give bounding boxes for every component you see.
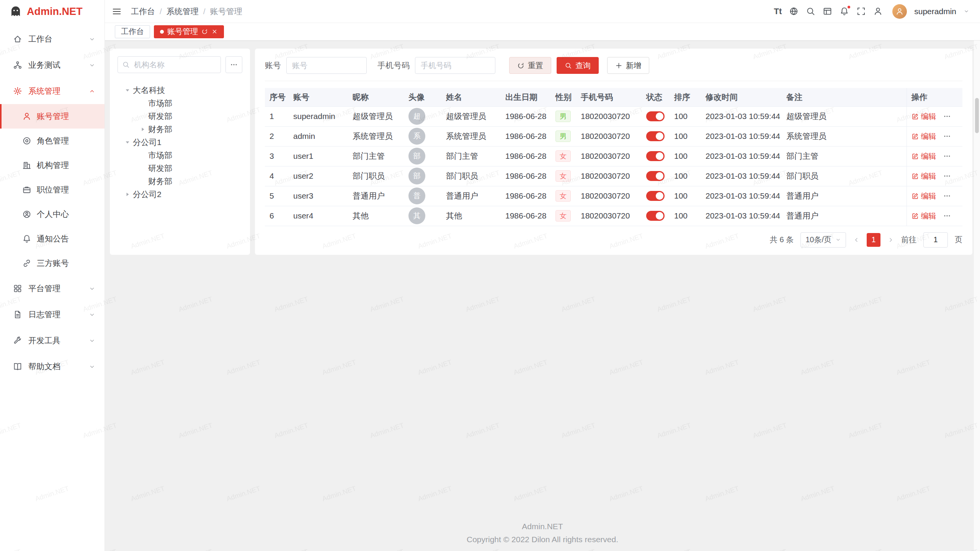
more-actions-icon[interactable]	[943, 192, 951, 200]
sidebar-item-dev-tools[interactable]: 开发工具	[0, 328, 105, 354]
status-toggle[interactable]	[646, 131, 665, 141]
user-avatar[interactable]	[892, 4, 907, 19]
cell-remark: 普通用户	[782, 186, 906, 206]
account-filter-input[interactable]	[286, 57, 367, 74]
cell-order: 100	[670, 206, 701, 226]
sidebar-item-system-mgmt[interactable]: 系统管理	[0, 78, 105, 104]
page-size-select[interactable]: 10条/页	[800, 232, 846, 248]
status-toggle[interactable]	[646, 191, 665, 201]
sidebar-item-label: 三方账号	[37, 258, 69, 269]
column-header: 排序	[670, 88, 701, 106]
cell-avatar: 部	[404, 166, 441, 186]
fullscreen-icon[interactable]	[856, 7, 866, 16]
sidebar-item-position-mgmt[interactable]: 职位管理	[0, 178, 105, 202]
prev-page-icon[interactable]	[853, 236, 860, 243]
tab-account-mgmt[interactable]: 账号管理	[154, 25, 224, 38]
tree-item[interactable]: 研发部	[118, 110, 242, 123]
sidebar-item-workbench[interactable]: 工作台	[0, 26, 105, 52]
tree-item[interactable]: 财务部	[118, 175, 242, 188]
edit-button[interactable]: 编辑	[911, 151, 936, 161]
sidebar-item-personal-center[interactable]: 个人中心	[0, 202, 105, 227]
breadcrumb-item[interactable]: 工作台	[131, 6, 155, 17]
tree-item[interactable]: 大名科技	[118, 84, 242, 97]
tree-item[interactable]: 研发部	[118, 162, 242, 175]
tree-item[interactable]: 分公司1	[118, 136, 242, 149]
sidebar-item-help-docs[interactable]: 帮助文档	[0, 354, 105, 380]
tree-item[interactable]: 市场部	[118, 97, 242, 110]
goto-page-input[interactable]	[923, 232, 948, 248]
status-toggle[interactable]	[646, 111, 665, 121]
caret-right-icon[interactable]	[124, 191, 131, 197]
next-page-icon[interactable]	[887, 236, 894, 243]
edit-button[interactable]: 编辑	[911, 191, 936, 201]
org-name-input[interactable]	[118, 56, 221, 73]
caret-down-icon[interactable]	[124, 139, 131, 145]
table-row: 4user2部门职员部部门职员1986-06-28女18020030720100…	[265, 166, 962, 186]
sidebar-item-role-mgmt[interactable]: 角色管理	[0, 129, 105, 153]
hamburger-menu-icon[interactable]	[112, 7, 122, 16]
sidebar-item-notice[interactable]: 通知公告	[0, 227, 105, 251]
edit-button[interactable]: 编辑	[911, 111, 936, 122]
page-number-button[interactable]: 1	[867, 233, 880, 247]
search-button[interactable]: 查询	[557, 57, 599, 74]
tree-item-label: 市场部	[148, 98, 172, 109]
sidebar-item-log-mgmt[interactable]: 日志管理	[0, 302, 105, 328]
more-actions-icon[interactable]	[943, 172, 951, 180]
scrollbar[interactable]	[974, 41, 980, 551]
status-toggle[interactable]	[646, 151, 665, 161]
status-toggle[interactable]	[646, 211, 665, 221]
more-actions-icon[interactable]	[943, 212, 951, 220]
username[interactable]: superadmin	[914, 7, 956, 16]
cell-account: superadmin	[289, 106, 348, 126]
sidebar-item-org-mgmt[interactable]: 机构管理	[0, 153, 105, 178]
cell-phone: 18020030720	[576, 206, 642, 226]
page-unit-label: 页	[955, 235, 962, 245]
edit-icon	[911, 192, 919, 200]
tree-item[interactable]: 分公司2	[118, 188, 242, 201]
cell-gender: 男	[551, 106, 576, 126]
tab-workbench[interactable]: 工作台	[115, 25, 150, 38]
cell-phone: 18020030720	[576, 126, 642, 146]
phone-filter-input[interactable]	[415, 57, 495, 74]
caret-right-icon[interactable]	[140, 126, 146, 132]
sidebar-item-label: 机构管理	[37, 160, 69, 171]
tree-item[interactable]: 市场部	[118, 149, 242, 162]
layout-icon[interactable]	[823, 7, 832, 16]
more-actions-icon[interactable]	[943, 132, 951, 140]
reset-button[interactable]: 重置	[509, 57, 551, 74]
notification-bell-icon[interactable]	[840, 7, 849, 16]
sidebar-item-third-party-account[interactable]: 三方账号	[0, 251, 105, 276]
add-button[interactable]: 新增	[607, 57, 649, 74]
caret-down-icon[interactable]	[124, 87, 131, 93]
more-actions-icon[interactable]	[943, 112, 951, 120]
tree-item[interactable]: 财务部	[118, 123, 242, 136]
scrollbar-thumb[interactable]	[975, 98, 979, 133]
font-size-icon[interactable]: Tt	[774, 7, 782, 16]
status-toggle[interactable]	[646, 171, 665, 181]
tab-refresh-icon[interactable]	[201, 28, 208, 35]
header-tools: Tt superadmin	[774, 4, 970, 19]
edit-button[interactable]: 编辑	[911, 211, 936, 221]
chevron-down-icon	[89, 62, 95, 68]
edit-button[interactable]: 编辑	[911, 131, 936, 142]
edit-button[interactable]: 编辑	[911, 171, 936, 181]
sidebar-item-business-test[interactable]: 业务测试	[0, 52, 105, 78]
more-button[interactable]	[225, 56, 242, 73]
user-icon[interactable]	[873, 7, 883, 16]
sidebar-item-label: 日志管理	[28, 309, 60, 320]
more-actions-icon[interactable]	[943, 152, 951, 160]
chevron-down-icon[interactable]	[964, 8, 969, 14]
tab-close-icon[interactable]	[211, 28, 218, 35]
search-icon[interactable]	[806, 7, 815, 16]
search-icon	[565, 62, 572, 69]
app-name: Admin.NET	[27, 6, 83, 18]
phone-filter-label: 手机号码	[377, 60, 410, 71]
sidebar-item-platform-mgmt[interactable]: 平台管理	[0, 276, 105, 302]
language-icon[interactable]	[789, 7, 799, 16]
cell-account: admin	[289, 126, 348, 146]
cell-modified: 2023-01-03 10:59:44	[701, 146, 782, 166]
cell-birthdate: 1986-06-28	[501, 166, 551, 186]
sidebar-item-account-mgmt[interactable]: 账号管理	[0, 104, 105, 129]
cell-birthdate: 1986-06-28	[501, 106, 551, 126]
breadcrumb-item[interactable]: 系统管理	[167, 6, 199, 17]
